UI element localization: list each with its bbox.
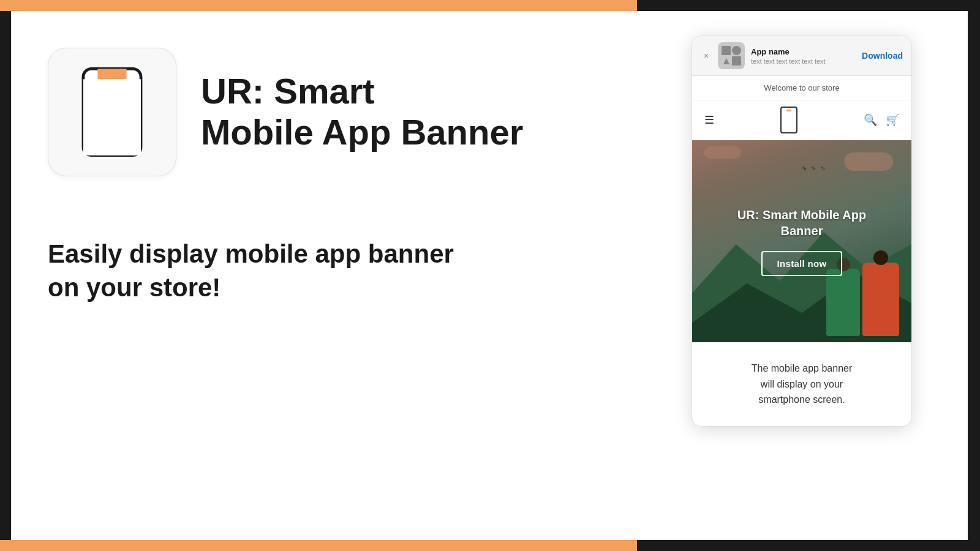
- banner-app-name: App name: [751, 47, 856, 56]
- search-icon[interactable]: 🔍: [864, 113, 877, 127]
- app-icon-box: [48, 48, 176, 176]
- hero-title: UR: Smart Mobile App Banner: [737, 207, 866, 239]
- download-button[interactable]: Download: [862, 51, 903, 61]
- install-now-button[interactable]: Install now: [761, 251, 843, 276]
- phone-illustration-icon: [75, 63, 149, 161]
- hamburger-menu-icon[interactable]: ☰: [704, 113, 714, 127]
- svg-rect-3: [83, 147, 141, 155]
- bottom-accent-bar: [0, 540, 637, 551]
- store-nav: ☰ 🔍 🛒: [692, 100, 911, 140]
- left-section: UR: Smart Mobile App Banner Easily displ…: [11, 11, 636, 540]
- close-icon[interactable]: ×: [701, 50, 712, 61]
- main-content: UR: Smart Mobile App Banner Easily displ…: [11, 11, 968, 540]
- app-banner-bar: × App name text text text text text text: [692, 36, 911, 76]
- svg-marker-4: [723, 58, 729, 64]
- hero-overlay: UR: Smart Mobile App Banner Install now: [692, 140, 911, 342]
- phone-notch: [786, 110, 791, 111]
- subtitle: Easily display mobile app banner on your…: [48, 238, 489, 304]
- top-accent-bar: [0, 0, 637, 11]
- app-icon-small: [718, 42, 745, 69]
- right-section: × App name text text text text text text: [636, 11, 968, 540]
- icon-square-shape: [722, 46, 731, 55]
- hero-image: ∿ ∿ ∿ UR: Smart Mobile App Banner Instal…: [692, 140, 911, 342]
- store-welcome: Welcome to our store: [692, 76, 911, 100]
- app-title: UR: Smart Mobile App Banner: [201, 71, 523, 152]
- store-description-text: The mobile app banner will display on yo…: [704, 361, 899, 408]
- nav-icons-right: 🔍 🛒: [864, 113, 899, 127]
- icon-triangle-shape: [722, 56, 731, 66]
- store-description: The mobile app banner will display on yo…: [692, 342, 911, 426]
- banner-app-desc: text text text text text text: [751, 58, 856, 65]
- icon-rect-shape: [732, 56, 741, 66]
- icon-circle-shape: [732, 46, 741, 55]
- app-icon-row: UR: Smart Mobile App Banner: [48, 48, 599, 176]
- cart-icon[interactable]: 🛒: [886, 113, 899, 127]
- nav-phone-icon: [780, 107, 797, 133]
- app-info: App name text text text text text text: [751, 47, 856, 65]
- outer-frame: UR: Smart Mobile App Banner Easily displ…: [0, 0, 980, 551]
- svg-rect-2: [83, 79, 141, 155]
- phone-mockup: × App name text text text text text text: [692, 36, 912, 427]
